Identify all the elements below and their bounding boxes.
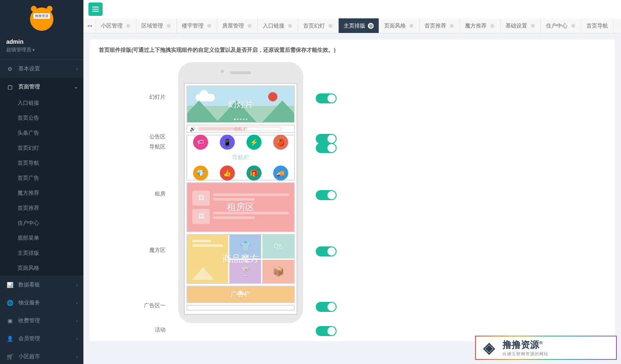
chevron-left-icon: ‹ (76, 301, 78, 305)
close-icon[interactable]: ⊗ (327, 23, 333, 29)
tab-cube-recommend[interactable]: 魔方推荐⊗ (460, 18, 500, 33)
speaker-icon: 🔊 (190, 126, 196, 132)
chevron-left-icon: ‹ (76, 354, 78, 359)
tab-home-layout[interactable]: 主页排版⊗ (339, 18, 379, 33)
card-icon: ▣ (7, 318, 13, 324)
sidebar-toggle-button[interactable] (88, 3, 103, 16)
subnav-home-nav[interactable]: 首页导航 (0, 156, 83, 171)
nav-data-dashboard[interactable]: 📊 数据看板 ‹ (0, 276, 83, 294)
tab-entry-link[interactable]: 入口链接⊗ (258, 18, 298, 33)
component-title: 幻灯片 (228, 99, 253, 110)
tab-home-recommend[interactable]: 首页推荐⊗ (420, 18, 460, 33)
close-icon[interactable]: ⊗ (246, 23, 252, 29)
component-ad[interactable]: 广告栏 (186, 286, 295, 303)
cube-cell: 📦 (262, 260, 294, 284)
chevron-left-icon: ‹ (76, 67, 78, 71)
close-icon[interactable]: ⊗ (287, 23, 293, 29)
close-icon[interactable]: ⊗ (530, 23, 536, 29)
nav-page-management[interactable]: ▢ 页面管理 ⌄ (0, 78, 83, 95)
user-block[interactable]: admin 超级管理员 (0, 38, 83, 59)
panel: 首页组件排版(可通过上下拖拽实现组件的自定义位置以及是否开启，还原设置后需保存才… (90, 40, 615, 341)
close-icon[interactable]: ⊗ (449, 23, 455, 29)
panel-title: 首页组件排版(可通过上下拖拽实现组件的自定义位置以及是否开启，还原设置后需保存才… (99, 46, 606, 54)
nav-member-management[interactable]: 👤 会员管理 ‹ (0, 329, 83, 347)
tab-area[interactable]: 区域管理⊗ (136, 18, 177, 33)
mountain-icon (186, 100, 219, 122)
globe-icon: 🌐 (7, 300, 13, 306)
component-title: 公告栏 (234, 126, 248, 132)
tab-page-style[interactable]: 页面风格⊗ (379, 18, 420, 33)
nav-fee-management[interactable]: ▣ 收费管理 ‹ (0, 311, 83, 329)
label-notice: 公告区 (132, 133, 170, 143)
layout-icon: ▢ (7, 84, 13, 90)
phone-column: 幻灯片 🔊 公告栏 🏷 (178, 62, 307, 334)
subnav-home-ad[interactable]: 首页广告 (0, 171, 83, 186)
toggle-ad[interactable] (316, 302, 337, 312)
mountain-icon (192, 267, 214, 280)
hamburger-icon (92, 9, 99, 10)
tab-bar: ◂◂ 小区管理⊗ 区域管理⊗ 楼宇管理⊗ 房屋管理⊗ 入口链接⊗ 首页幻灯⊗ 主… (83, 18, 621, 33)
gear-icon: ⚙ (7, 66, 13, 72)
close-icon[interactable]: ⊗ (489, 23, 495, 29)
close-icon[interactable]: ⊗ (570, 23, 576, 29)
toggle-nav[interactable] (316, 143, 337, 153)
nav-property-service[interactable]: 🌐 物业服务 ‹ (0, 294, 83, 311)
nav-gift-icon: 🎁 (246, 166, 261, 181)
tab-scroll-left[interactable]: ◂◂ (83, 18, 96, 33)
component-title: 广告栏 (231, 290, 251, 299)
nav-label: 数据看板 (18, 281, 40, 289)
close-icon[interactable]: ⊗ (206, 23, 212, 29)
tab-resident-center[interactable]: 住户中心⊗ (541, 18, 581, 33)
subnav-headline-ad[interactable]: 头条广告 (0, 126, 83, 141)
component-nav[interactable]: 🏷 📱 ⚡ 🍎 导航栏 💎 👍 🎁 (186, 135, 295, 181)
close-icon[interactable]: ⊗ (368, 23, 374, 29)
subnav-home-slider[interactable]: 首页幻灯 (0, 141, 83, 156)
nav-label: 基本设置 (18, 65, 40, 73)
toggle-slider[interactable] (316, 93, 337, 103)
subnav-home-recommend[interactable]: 首页推荐 (0, 201, 83, 216)
nav-diamond-icon: 💎 (193, 166, 208, 181)
subnav-home-notice[interactable]: 首页公告 (0, 110, 83, 126)
toggle-cube[interactable] (316, 246, 337, 256)
tab-home-slider[interactable]: 首页幻灯⊗ (298, 18, 339, 33)
tab-building[interactable]: 楼宇管理⊗ (177, 18, 217, 33)
subnav-page-style[interactable]: 页面风格 (0, 261, 83, 276)
subnav-home-layout[interactable]: 主页排版 (0, 246, 83, 261)
subnav-entry-link[interactable]: 入口链接 (0, 95, 83, 110)
sidebar-header: 撸撸资源 (0, 0, 83, 38)
component-slider[interactable]: 幻灯片 (186, 85, 295, 123)
component-title: 租房区 (227, 201, 254, 213)
tab-house[interactable]: 房屋管理⊗ (217, 18, 258, 33)
subnav-bottom-menu[interactable]: 底部菜单 (0, 231, 83, 246)
nav-basic-settings[interactable]: ⚙ 基本设置 ‹ (0, 60, 83, 78)
tab-basic-settings[interactable]: 基础设置⊗ (500, 18, 541, 33)
subnav-cube-recommend[interactable]: 魔方推荐 (0, 186, 83, 201)
toggle-activity[interactable] (316, 326, 337, 336)
close-icon[interactable]: ⊗ (166, 23, 171, 29)
watermark-subtitle: 白嫖互联网资源的网站 (503, 351, 612, 357)
mountain-icon (262, 100, 295, 122)
component-notice[interactable]: 🔊 公告栏 (186, 125, 295, 133)
chevron-left-icon: ‹ (76, 319, 78, 323)
logo-label: 撸撸资源 (33, 13, 50, 19)
user-icon: 👤 (7, 336, 13, 342)
nav-apple-icon: 🍎 (273, 135, 288, 150)
watermark: ◈ 撸撸资源® 白嫖互联网资源的网站 (475, 336, 617, 360)
tab-home-nav[interactable]: 首页导航 (581, 18, 613, 33)
component-cube[interactable]: 👕 🛍 🍸 📦 商品魔方 (186, 234, 295, 284)
component-rent[interactable]: 🖼 租房区 🖼 (186, 182, 295, 232)
tab-community[interactable]: 小区管理⊗ (96, 18, 136, 33)
component-title: 商品魔方 (222, 253, 259, 265)
toggle-notice[interactable] (316, 134, 337, 144)
nav-community-market[interactable]: 🛒 小区超市 ‹ (0, 347, 83, 364)
subnav-resident-center[interactable]: 住户中心 (0, 216, 83, 231)
cube-cell: 🛍 (262, 235, 294, 259)
component-activity[interactable] (186, 305, 295, 311)
user-name: admin (6, 38, 77, 45)
phone-frame: 幻灯片 🔊 公告栏 🏷 (178, 62, 303, 323)
close-icon[interactable]: ⊗ (125, 23, 131, 29)
sidebar-nav: ⚙ 基本设置 ‹ ▢ 页面管理 ⌄ 入口链接 首页公告 头条广告 首页幻灯 首页… (0, 59, 83, 364)
close-icon[interactable]: ⊗ (408, 23, 414, 29)
toggle-rent[interactable] (316, 190, 337, 200)
image-icon: 🖼 (192, 209, 210, 224)
